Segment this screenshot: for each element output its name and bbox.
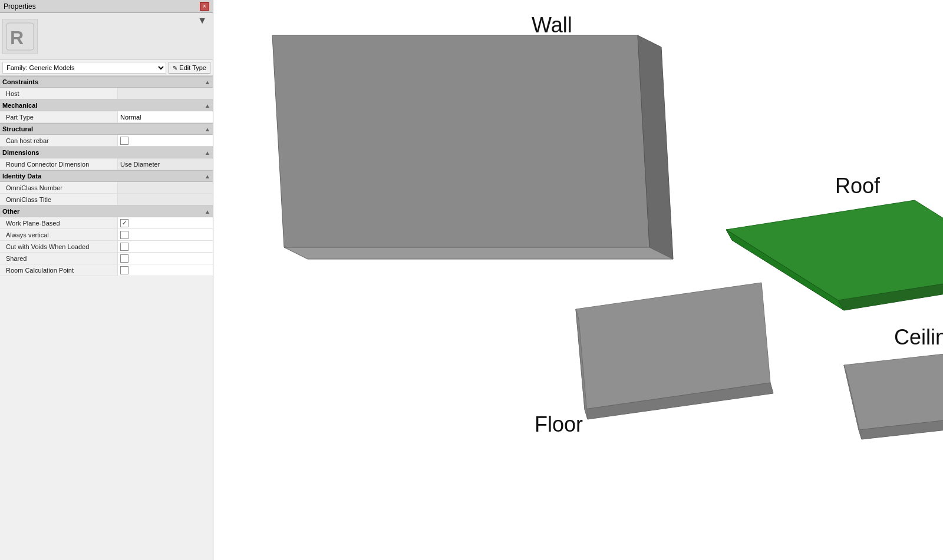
prop-value-cutvoids: [118, 241, 213, 252]
section-constraints[interactable]: Constraints ▲: [0, 76, 213, 88]
prop-row-workplane: Work Plane-Based ✓: [0, 217, 213, 229]
collapse-icon-mech: ▲: [205, 102, 210, 109]
collapse-icon-struct: ▲: [205, 126, 210, 132]
prop-row-canhostrebar: Can host rebar: [0, 135, 213, 147]
prop-value-parttype[interactable]: [118, 111, 213, 122]
panel-title: Properties: [4, 2, 36, 11]
ceiling-shape: [844, 347, 943, 439]
prop-row-parttype: Part Type: [0, 111, 213, 123]
collapse-icon-dim: ▲: [205, 150, 210, 156]
edit-type-button[interactable]: ✎ Edit Type: [169, 62, 210, 74]
section-other[interactable]: Other ▲: [0, 206, 213, 217]
collapse-icon-other: ▲: [205, 208, 210, 215]
family-select[interactable]: Family: Generic Models: [2, 62, 166, 74]
prop-value-canhostrebar: [118, 135, 213, 146]
wall-label: Wall: [532, 13, 572, 38]
prop-label-omniclasstitle: OmniClass Title: [0, 194, 118, 205]
prop-label-roomcalc: Room Calculation Point: [0, 264, 118, 276]
properties-table: Constraints ▲ Host Mechanical ▲ Part Typ…: [0, 76, 213, 560]
prop-row-omniclassnum: OmniClass Number: [0, 182, 213, 194]
close-button[interactable]: ×: [200, 2, 209, 11]
prop-label-alwaysvertical: Always vertical: [0, 229, 118, 240]
prop-row-roundconn: Round Connector Dimension Use Diameter: [0, 158, 213, 170]
prop-row-alwaysvertical: Always vertical: [0, 229, 213, 241]
alwaysvertical-checkbox[interactable]: [120, 231, 128, 239]
shared-checkbox[interactable]: [120, 254, 128, 263]
shapes-canvas: [213, 0, 943, 560]
prop-value-omniclassnum: [118, 182, 213, 193]
workplane-checkbox[interactable]: ✓: [120, 219, 128, 227]
cutvoids-checkbox[interactable]: [120, 243, 128, 251]
prop-label-parttype: Part Type: [0, 111, 118, 122]
prop-label-omniclassnum: OmniClass Number: [0, 182, 118, 193]
main-canvas: Wall Roof Floor Ceiling: [213, 0, 943, 560]
svg-marker-2: [272, 35, 649, 247]
svg-marker-4: [284, 247, 673, 259]
roomcalc-checkbox[interactable]: [120, 266, 128, 274]
prop-value-roomcalc: [118, 264, 213, 276]
family-row: Family: Generic Models ✎ Edit Type: [0, 60, 213, 76]
section-identity[interactable]: Identity Data ▲: [0, 170, 213, 182]
preview-area: R ▼: [0, 13, 213, 60]
prop-row-roomcalc: Room Calculation Point: [0, 264, 213, 276]
preview-dropdown-button[interactable]: ▼: [195, 15, 209, 26]
section-structural[interactable]: Structural ▲: [0, 123, 213, 135]
floor-shape: [576, 283, 773, 419]
parttype-input[interactable]: [120, 114, 210, 121]
prop-value-alwaysvertical: [118, 229, 213, 240]
prop-row-host: Host: [0, 88, 213, 100]
prop-label-canhostrebar: Can host rebar: [0, 135, 118, 146]
collapse-icon-ident: ▲: [205, 173, 210, 180]
svg-marker-11: [844, 347, 943, 430]
prop-value-omniclasstitle: [118, 194, 213, 205]
svg-text:R: R: [10, 27, 24, 48]
prop-value-host: [118, 88, 213, 99]
preview-icon: R: [2, 19, 38, 54]
floor-label: Floor: [535, 412, 583, 437]
wall-shape: [272, 35, 673, 259]
prop-row-cutvoids: Cut with Voids When Loaded: [0, 241, 213, 253]
section-mechanical[interactable]: Mechanical ▲: [0, 100, 213, 111]
collapse-icon: ▲: [205, 79, 210, 85]
edit-icon: ✎: [173, 65, 177, 71]
prop-value-workplane: ✓: [118, 217, 213, 228]
panel-titlebar: Properties ×: [0, 0, 213, 13]
properties-panel: Properties × R ▼ Family: Generic Models …: [0, 0, 213, 560]
roof-label: Roof: [835, 174, 880, 198]
revit-logo-icon: R: [5, 22, 35, 51]
prop-value-roundconn: Use Diameter: [118, 158, 213, 170]
prop-value-shared: [118, 253, 213, 264]
prop-row-shared: Shared: [0, 253, 213, 264]
prop-row-omniclasstitle: OmniClass Title: [0, 194, 213, 206]
section-dimensions[interactable]: Dimensions ▲: [0, 147, 213, 158]
canhostrebar-checkbox[interactable]: [120, 137, 128, 145]
prop-label-cutvoids: Cut with Voids When Loaded: [0, 241, 118, 252]
ceiling-label: Ceiling: [894, 325, 943, 350]
prop-label-shared: Shared: [0, 253, 118, 264]
prop-label-workplane: Work Plane-Based: [0, 217, 118, 228]
prop-label-host: Host: [0, 88, 118, 99]
prop-label-roundconn: Round Connector Dimension: [0, 158, 118, 170]
